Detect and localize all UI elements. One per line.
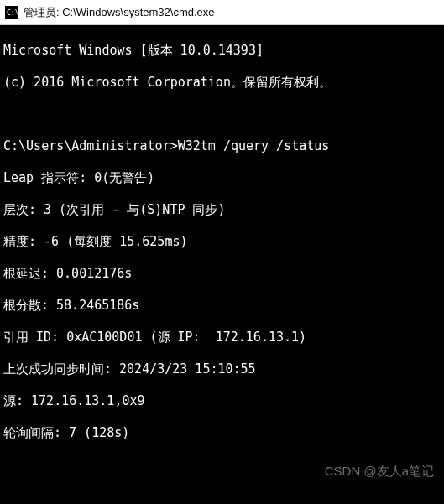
svg-text:C:\: C:\ — [7, 9, 18, 17]
output-line: 源: 172.16.13.1,0x9 — [3, 393, 441, 409]
cmd-icon: C:\ — [5, 6, 18, 19]
blank-line — [3, 107, 441, 122]
output-line: 根分散: 58.2465186s — [3, 298, 441, 314]
blank-line — [3, 489, 441, 504]
output-line: 层次: 3 (次引用 - 与(S)NTP 同步) — [3, 202, 441, 218]
blank-line — [3, 457, 441, 473]
terminal-area[interactable]: Microsoft Windows [版本 10.0.14393] (c) 20… — [0, 25, 444, 504]
window-titlebar[interactable]: C:\ 管理员: C:\Windows\system32\cmd.exe — [0, 0, 444, 25]
command-line-1: C:\Users\Administrator>W32tm /query /sta… — [3, 138, 441, 154]
command-text: W32tm /query /status — [178, 138, 330, 153]
copyright-line: (c) 2016 Microsoft Corporation。保留所有权利。 — [3, 75, 441, 91]
output-line: 根延迟: 0.0012176s — [3, 266, 441, 282]
output-line: 上次成功同步时间: 2024/3/23 15:10:55 — [3, 361, 441, 377]
version-line: Microsoft Windows [版本 10.0.14393] — [3, 43, 441, 59]
output-line: 精度: -6 (每刻度 15.625ms) — [3, 234, 441, 250]
output-line: 引用 ID: 0xAC100D01 (源 IP: 172.16.13.1) — [3, 330, 441, 346]
window-title: 管理员: C:\Windows\system32\cmd.exe — [24, 5, 215, 20]
prompt: C:\Users\Administrator> — [3, 138, 178, 153]
output-line: 轮询间隔: 7 (128s) — [3, 425, 441, 441]
output-line: Leap 指示符: 0(无警告) — [3, 170, 441, 186]
